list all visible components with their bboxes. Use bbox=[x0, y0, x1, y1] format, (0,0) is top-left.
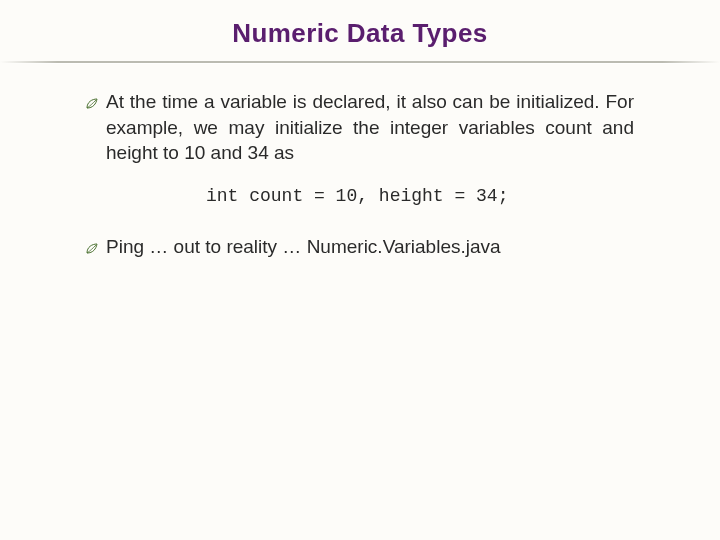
bullet-text: Ping … out to reality … Numeric.Variable… bbox=[106, 234, 634, 260]
leaf-bullet-icon bbox=[86, 96, 98, 114]
bullet-text: At the time a variable is declared, it a… bbox=[106, 89, 634, 166]
divider bbox=[0, 61, 720, 63]
list-item: Ping … out to reality … Numeric.Variable… bbox=[86, 234, 634, 260]
code-snippet: int count = 10, height = 34; bbox=[86, 186, 634, 206]
list-item: At the time a variable is declared, it a… bbox=[86, 89, 634, 166]
leaf-bullet-icon bbox=[86, 241, 98, 259]
content-area: At the time a variable is declared, it a… bbox=[0, 63, 720, 260]
slide: Numeric Data Types At the time a variabl… bbox=[0, 0, 720, 540]
page-title: Numeric Data Types bbox=[0, 18, 720, 49]
